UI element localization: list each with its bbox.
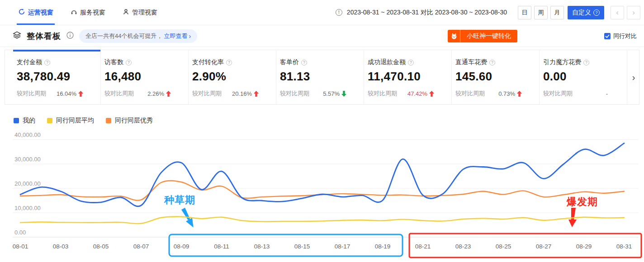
svg-text:08-05: 08-05 bbox=[93, 243, 109, 250]
burst-arrowhead-icon bbox=[568, 220, 577, 227]
seeding-period-box bbox=[169, 234, 402, 256]
trend-chart: 0.0010,000.0020,000.0030,000.0040,000.00… bbox=[0, 131, 644, 262]
prev-period-button[interactable]: ‹ bbox=[611, 6, 624, 19]
svg-text:08-21: 08-21 bbox=[415, 243, 431, 250]
metric-label: 访客数 bbox=[104, 58, 123, 66]
change-arrow-icon bbox=[341, 91, 346, 97]
change-arrow-icon bbox=[166, 91, 171, 97]
help-icon[interactable]: ? bbox=[226, 60, 232, 66]
view-tabs: 运营视窗 服务视窗 管理视窗 bbox=[18, 0, 157, 25]
metric-card[interactable]: 成功退款金额 ? 11,470.10 较对比周期 47.42% bbox=[364, 50, 452, 104]
help-icon[interactable]: ? bbox=[583, 60, 589, 66]
date-range-area: ! 2023-08-31 ~ 2023-08-31 对比 2023-08-30 … bbox=[336, 6, 640, 19]
range-week-button[interactable]: 周 bbox=[534, 6, 548, 19]
change-arrow-icon bbox=[78, 91, 83, 97]
page-title: 整体看板 bbox=[27, 31, 61, 42]
change-percent: 20.16% bbox=[232, 90, 252, 97]
svg-text:40,000.00: 40,000.00 bbox=[14, 131, 41, 138]
svg-text:08-01: 08-01 bbox=[13, 243, 28, 250]
metric-card[interactable]: 访客数 ? 16,480 较对比周期 2.26% bbox=[101, 50, 189, 104]
svg-text:30,000.00: 30,000.00 bbox=[14, 156, 41, 163]
compare-period-label: 较对比周期 bbox=[543, 89, 573, 98]
metric-label: 成功退款金额 bbox=[368, 58, 406, 66]
help-icon[interactable]: ? bbox=[44, 60, 50, 66]
svg-text:08-23: 08-23 bbox=[455, 243, 471, 250]
svg-text:10,000.00: 10,000.00 bbox=[14, 205, 41, 211]
tab-operations-view[interactable]: 运营视窗 bbox=[18, 0, 53, 25]
next-period-button[interactable]: › bbox=[627, 6, 640, 19]
metric-card[interactable]: 直通车花费 ? 145.60 较对比周期 0.73% bbox=[452, 50, 540, 104]
wangshen-convert-button[interactable]: 小旺神一键转化 bbox=[448, 30, 517, 42]
seeding-arrow-icon bbox=[181, 208, 190, 220]
metric-cards: 支付金额 ? 38,780.49 较对比周期 16.04% 访客数 ? 16,4… bbox=[13, 50, 627, 104]
metric-label: 直通车花费 bbox=[455, 58, 487, 66]
metric-value: 81.13 bbox=[280, 70, 364, 84]
metric-label: 引力魔方花费 bbox=[543, 58, 581, 66]
svg-text:20,000.00: 20,000.00 bbox=[14, 180, 41, 187]
top-navigation-bar: 运营视窗 服务视窗 管理视窗 ! 2023-08-31 ~ 2023-08-31… bbox=[0, 0, 644, 25]
metric-cards-row: 支付金额 ? 38,780.49 较对比周期 16.04% 访客数 ? 16,4… bbox=[5, 50, 639, 105]
metric-label: 支付金额 bbox=[17, 58, 42, 66]
change-percent: 5.57% bbox=[323, 90, 340, 97]
svg-text:08-13: 08-13 bbox=[254, 243, 270, 250]
chevron-right-icon: › bbox=[189, 33, 191, 40]
legend-item-peer-average[interactable]: 同行同层平均 bbox=[47, 117, 94, 125]
board-header: 整体看板 全店一共有44个机会可提升， 立即查看 › 小旺神一键转化 同行对比 bbox=[0, 25, 644, 47]
refresh-icon bbox=[18, 8, 25, 17]
legend-item-peer-excellent[interactable]: 同行同层优秀 bbox=[106, 117, 153, 125]
tab-management-view[interactable]: 管理视窗 bbox=[123, 0, 157, 25]
help-icon[interactable]: ? bbox=[489, 60, 495, 66]
metric-value: 38,780.49 bbox=[17, 70, 100, 84]
metric-value: 145.60 bbox=[455, 70, 539, 84]
svg-text:08-29: 08-29 bbox=[576, 243, 592, 250]
tab-label: 管理视窗 bbox=[132, 9, 157, 17]
svg-text:08-17: 08-17 bbox=[335, 243, 350, 250]
change-percent: - bbox=[606, 90, 608, 97]
opportunity-link[interactable]: 立即查看 bbox=[164, 32, 187, 40]
wangshen-button-label: 小旺神一键转化 bbox=[460, 32, 517, 40]
tab-label: 运营视窗 bbox=[28, 9, 53, 17]
cards-scroll-next-button[interactable]: › bbox=[629, 72, 638, 83]
custom-range-label: 自定义 bbox=[572, 9, 591, 17]
help-icon[interactable]: ? bbox=[126, 60, 132, 66]
svg-text:0.00: 0.00 bbox=[14, 229, 26, 236]
legend-label: 同行同层平均 bbox=[56, 117, 94, 125]
tab-service-view[interactable]: 服务视窗 bbox=[71, 0, 105, 25]
person-icon bbox=[123, 9, 129, 17]
help-icon: ? bbox=[593, 9, 600, 16]
svg-text:08-07: 08-07 bbox=[133, 243, 149, 250]
burst-period-annotation: 爆发期 bbox=[567, 195, 598, 209]
change-percent: 2.26% bbox=[147, 90, 164, 97]
tab-label: 服务视窗 bbox=[80, 9, 105, 17]
legend-swatch bbox=[106, 118, 111, 123]
range-day-button[interactable]: 日 bbox=[518, 6, 531, 19]
change-percent: 16.04% bbox=[57, 90, 76, 97]
info-icon bbox=[66, 32, 74, 41]
opportunity-banner: 全店一共有44个机会可提升， 立即查看 › bbox=[79, 29, 197, 43]
metric-card[interactable]: 引力魔方花费 ? 0.00 较对比周期 - bbox=[540, 50, 627, 104]
peer-compare-toggle[interactable]: 同行对比 bbox=[604, 32, 637, 40]
svg-text:08-31: 08-31 bbox=[616, 243, 632, 250]
metric-card[interactable]: 客单价 ? 81.13 较对比周期 5.57% bbox=[276, 50, 364, 104]
layers-icon bbox=[13, 31, 21, 41]
range-month-button[interactable]: 月 bbox=[550, 6, 564, 19]
help-icon[interactable]: ? bbox=[301, 60, 307, 66]
compare-period-label: 较对比周期 bbox=[17, 89, 46, 98]
change-percent: 47.42% bbox=[407, 90, 427, 97]
chart-legend: 我的 同行同层平均 同行同层优秀 bbox=[0, 105, 644, 131]
svg-text:08-11: 08-11 bbox=[214, 243, 229, 250]
trend-lines-svg[interactable]: 0.0010,000.0020,000.0030,000.0040,000.00… bbox=[0, 131, 644, 262]
change-arrow-icon bbox=[254, 91, 259, 97]
seeding-period-annotation: 种草期 bbox=[164, 193, 195, 207]
legend-item-mine[interactable]: 我的 bbox=[14, 117, 35, 125]
custom-range-button[interactable]: 自定义 ? bbox=[568, 6, 604, 19]
help-icon[interactable]: ? bbox=[408, 60, 414, 66]
svg-text:08-19: 08-19 bbox=[375, 243, 391, 250]
metric-card[interactable]: 支付金额 ? 38,780.49 较对比周期 16.04% bbox=[13, 50, 101, 104]
compare-period-label: 较对比周期 bbox=[455, 89, 485, 98]
checkbox-checked-icon[interactable] bbox=[604, 33, 611, 39]
legend-swatch bbox=[47, 118, 52, 123]
change-arrow-icon bbox=[517, 91, 522, 97]
metric-card[interactable]: 支付转化率 ? 2.90% 较对比周期 20.16% bbox=[189, 50, 276, 104]
peer-compare-label: 同行对比 bbox=[613, 32, 637, 40]
